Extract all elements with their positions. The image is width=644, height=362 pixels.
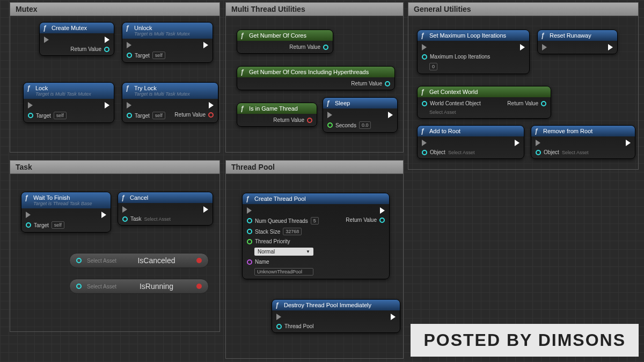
output-pin[interactable]	[379, 218, 385, 223]
node-create-pool[interactable]: Create Thread Pool Num Queued Threads5 S…	[242, 193, 390, 279]
node-get-context[interactable]: Get Context World World Context Object S…	[417, 86, 551, 119]
name-input[interactable]: UnknownThreadPool	[254, 268, 313, 276]
input-pin[interactable]	[247, 229, 252, 234]
pin-label: Return Value	[174, 112, 206, 118]
exec-out-pin[interactable]	[101, 212, 106, 218]
node-destroy-pool[interactable]: Destroy Thread Pool Immediately Thread P…	[272, 299, 400, 333]
pin-label: Num Queued Threads	[255, 218, 308, 224]
status-is-canceled[interactable]: Select Asset IsCanceled	[69, 253, 209, 268]
title-text: Try Lock	[134, 85, 157, 91]
priority-dropdown[interactable]: Normal▼	[254, 248, 313, 256]
exec-out-pin[interactable]	[608, 44, 613, 50]
node-lock[interactable]: Lock Target is Multi Task Mutex Targetse…	[23, 82, 114, 123]
exec-out-pin[interactable]	[520, 44, 525, 50]
exec-out-pin[interactable]	[391, 314, 396, 320]
input-pin[interactable]	[26, 222, 31, 228]
node-set-max-loop[interactable]: Set Maximum Loop Iterations Maximum Loop…	[417, 30, 530, 74]
exec-in-pin[interactable]	[122, 206, 127, 213]
exec-in-pin[interactable]	[276, 314, 281, 320]
node-title: Get Number Of Cores Including Hyperthrea…	[237, 67, 394, 77]
input-pin[interactable]	[422, 54, 427, 60]
pin-label: Target	[135, 113, 150, 119]
exec-out-pin[interactable]	[105, 102, 109, 108]
node-cancel[interactable]: Cancel TaskSelect Asset	[118, 192, 213, 226]
node-wait-finish[interactable]: Wait To Finish Target is Thread Task Bas…	[21, 192, 111, 233]
node-subtitle: Target is Multi Task Mutex	[134, 31, 208, 37]
asset-dropdown[interactable]: Select Asset	[562, 150, 589, 155]
input-pin[interactable]	[247, 239, 252, 244]
input-pin[interactable]	[422, 101, 427, 106]
max-loop-input[interactable]: 0	[429, 63, 437, 70]
node-remove-root[interactable]: Remove from Root ObjectSelect Asset	[531, 125, 635, 159]
node-sleep[interactable]: Sleep Seconds0.0	[323, 97, 398, 133]
node-title: Get Context World	[418, 86, 551, 97]
status-text: IsCanceled	[122, 256, 191, 265]
input-pin[interactable]	[76, 284, 82, 289]
input-pin[interactable]	[247, 218, 252, 223]
exec-in-pin[interactable]	[247, 207, 252, 214]
node-get-cores-ht[interactable]: Get Number Of Cores Including Hyperthrea…	[237, 66, 395, 90]
input-pin[interactable]	[28, 113, 33, 118]
input-pin[interactable]	[327, 122, 333, 128]
output-pin[interactable]	[323, 45, 328, 50]
asset-dropdown[interactable]: Select Asset	[144, 216, 171, 222]
pin-label: Stack Size	[255, 229, 280, 235]
node-try-lock[interactable]: Try Lock Target is Multi Task Mutex Targ…	[122, 82, 218, 123]
output-pin[interactable]	[208, 112, 214, 118]
exec-out-pin[interactable]	[626, 140, 631, 146]
output-pin[interactable]	[385, 81, 390, 86]
exec-in-pin[interactable]	[44, 37, 49, 43]
input-pin[interactable]	[276, 324, 282, 329]
exec-in-pin[interactable]	[127, 102, 131, 108]
exec-out-pin[interactable]	[388, 112, 393, 118]
node-is-game-thread[interactable]: Is in Game Thread Return Value	[237, 103, 317, 127]
exec-in-pin[interactable]	[327, 112, 332, 118]
node-title: Lock Target is Multi Task Mutex	[24, 83, 114, 99]
output-pin[interactable]	[104, 47, 109, 52]
seconds-input[interactable]: 0.0	[359, 121, 371, 129]
input-pin[interactable]	[536, 150, 541, 155]
input-pin[interactable]	[76, 258, 82, 263]
node-reset-runaway[interactable]: Reset Runaway	[537, 30, 618, 54]
stack-size-input[interactable]: 32768	[283, 228, 302, 235]
exec-out-pin[interactable]	[203, 42, 208, 48]
node-title: Create Mutex	[40, 23, 114, 33]
input-pin[interactable]	[422, 150, 427, 155]
exec-in-pin[interactable]	[127, 42, 131, 48]
node-create-mutex[interactable]: Create Mutex Return Value	[39, 22, 114, 56]
exec-out-pin[interactable]	[203, 206, 208, 213]
node-title: Sleep	[323, 98, 397, 108]
exec-out-pin[interactable]	[380, 207, 385, 214]
exec-in-pin[interactable]	[422, 44, 427, 50]
asset-label: Select Asset	[87, 258, 116, 264]
input-pin[interactable]	[122, 216, 128, 222]
node-get-cores[interactable]: Get Number Of Cores Return Value	[237, 30, 333, 54]
exec-in-pin[interactable]	[28, 102, 33, 108]
pin-label: Name	[255, 259, 269, 265]
asset-dropdown[interactable]: Select Asset	[429, 110, 456, 115]
exec-in-pin[interactable]	[542, 44, 547, 50]
output-pin[interactable]	[307, 118, 312, 123]
status-is-running[interactable]: Select Asset IsRunning	[69, 279, 209, 294]
input-pin[interactable]	[247, 259, 252, 265]
node-add-root[interactable]: Add to Root ObjectSelect Asset	[417, 125, 524, 159]
exec-out-pin[interactable]	[105, 37, 109, 43]
input-pin[interactable]	[127, 113, 132, 118]
self-box[interactable]: self	[152, 52, 165, 59]
exec-in-pin[interactable]	[536, 140, 540, 146]
self-box[interactable]: self	[152, 112, 165, 119]
self-box[interactable]: self	[54, 112, 67, 119]
panel-header-mutex: Mutex	[10, 3, 219, 16]
asset-dropdown[interactable]: Select Asset	[448, 150, 475, 155]
pin-label: Target	[34, 222, 49, 228]
exec-in-pin[interactable]	[26, 212, 31, 218]
exec-in-pin[interactable]	[422, 140, 427, 146]
node-title: Destroy Thread Pool Immediately	[272, 300, 400, 310]
exec-out-pin[interactable]	[515, 140, 519, 146]
exec-out-pin[interactable]	[209, 102, 214, 108]
output-pin[interactable]	[541, 101, 546, 106]
self-box[interactable]: self	[52, 221, 64, 229]
node-unlock[interactable]: Unlock Target is Multi Task Mutex Target…	[122, 22, 213, 63]
num-threads-input[interactable]: 5	[311, 217, 319, 225]
input-pin[interactable]	[127, 53, 132, 58]
